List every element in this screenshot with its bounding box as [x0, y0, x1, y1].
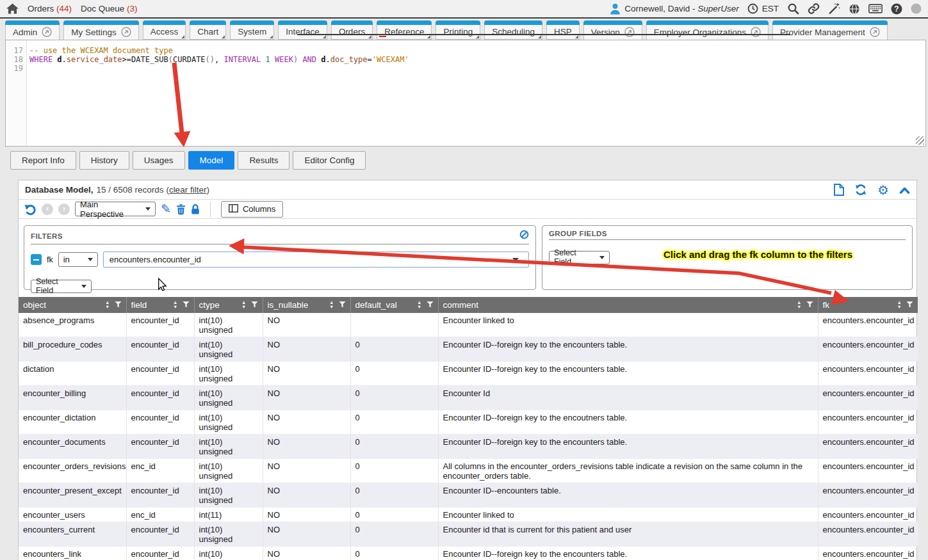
- sort-icon[interactable]: ▲▼: [329, 301, 334, 309]
- sort-icon[interactable]: ▲▼: [173, 301, 177, 309]
- filter-funnel-icon[interactable]: [906, 300, 913, 310]
- result-tab-editor-config[interactable]: Editor Config: [293, 151, 366, 170]
- table-row[interactable]: encounter_present_exceptencounter_idint(…: [19, 483, 918, 508]
- column-header-fk[interactable]: fk▲▼: [818, 297, 918, 313]
- keyboard-icon[interactable]: [868, 4, 883, 13]
- add-group-field-select[interactable]: Select Field: [549, 251, 610, 264]
- nav-tab-system[interactable]: System: [230, 20, 274, 40]
- perspective-select[interactable]: Main Perspective: [75, 202, 156, 216]
- wand-icon[interactable]: [828, 3, 840, 15]
- filter-funnel-icon[interactable]: [806, 300, 813, 310]
- table-row[interactable]: encounter_orders_revisionsenc_idint(10) …: [19, 459, 918, 483]
- help-icon[interactable]: ?: [891, 3, 902, 15]
- result-tab-model[interactable]: Model: [188, 151, 235, 170]
- column-header-is-nullable[interactable]: is_nullable▲▼: [263, 297, 350, 313]
- add-filter-field-select[interactable]: Select Field: [31, 280, 92, 293]
- doc-queue-link[interactable]: Doc Queue (3): [81, 4, 138, 13]
- result-tab-history[interactable]: History: [79, 151, 129, 170]
- table-row[interactable]: encounter_dictationencounter_idint(10) u…: [19, 410, 918, 435]
- nav-tab-label: Version: [591, 28, 620, 37]
- clear-filter-link[interactable]: clear filter: [169, 185, 207, 195]
- search-icon[interactable]: [787, 3, 799, 15]
- nav-tab-my-settings[interactable]: My Settings: [63, 20, 139, 40]
- nav-tab-hsp[interactable]: HSP: [546, 20, 580, 40]
- combo-chevron-icon[interactable]: [512, 258, 519, 262]
- undo-icon[interactable]: [24, 203, 37, 216]
- back-icon[interactable]: ‹: [42, 204, 53, 215]
- editor-resize-grip[interactable]: [916, 136, 924, 145]
- trash-icon[interactable]: [176, 204, 186, 215]
- nav-tab-version[interactable]: Version: [583, 20, 642, 40]
- sort-icon[interactable]: ▲▼: [241, 301, 246, 309]
- cell-fk: encounters.encounter_id: [818, 522, 918, 547]
- table-row[interactable]: absence_programsencounter_idint(10) unsi…: [19, 313, 918, 337]
- filter-funnel-icon[interactable]: [115, 300, 122, 310]
- open-new-window-icon[interactable]: [870, 27, 880, 37]
- home-icon[interactable]: [6, 3, 19, 14]
- sort-icon[interactable]: ▲▼: [105, 301, 110, 309]
- lock-icon[interactable]: [191, 204, 200, 215]
- cell-default-val: 0: [350, 435, 438, 459]
- column-header-comment[interactable]: comment▲▼: [438, 297, 818, 313]
- filter-funnel-icon[interactable]: [339, 300, 346, 310]
- clear-filters-icon[interactable]: [519, 230, 529, 242]
- timezone-indicator[interactable]: EST: [747, 3, 779, 14]
- cell-fk: encounters.encounter_id: [818, 362, 918, 386]
- table-row[interactable]: encounters_linkencounter_idint(10) unsig…: [19, 547, 918, 560]
- column-header-field[interactable]: field▲▼: [126, 297, 194, 313]
- gear-icon[interactable]: ⚙: [877, 184, 889, 196]
- open-new-window-icon[interactable]: [751, 27, 761, 37]
- column-header-ctype[interactable]: ctype▲▼: [194, 297, 263, 313]
- filter-funnel-icon[interactable]: [183, 300, 190, 310]
- table-row[interactable]: encounter_billingencounter_idint(10) uns…: [19, 386, 918, 410]
- column-header-object[interactable]: object▲▼: [19, 297, 126, 313]
- filter-funnel-icon[interactable]: [251, 300, 258, 310]
- sql-editor[interactable]: 171819 -- use the WCEXAM document typeWH…: [5, 40, 926, 147]
- table-row[interactable]: dictationencounter_idint(10) unsignedNO0…: [19, 362, 918, 386]
- nav-tab-orders[interactable]: Orders: [331, 20, 373, 40]
- table-row[interactable]: encounter_documentsencounter_idint(10) u…: [19, 435, 918, 459]
- globe-icon[interactable]: [849, 3, 860, 15]
- result-tab-report-info[interactable]: Report Info: [10, 151, 76, 170]
- sort-icon[interactable]: ▲▼: [797, 301, 801, 309]
- result-tab-usages[interactable]: Usages: [133, 151, 185, 170]
- column-header-default-val[interactable]: default_val▲▼: [350, 297, 438, 313]
- nav-tab-provider-management[interactable]: Provider Management: [772, 20, 888, 40]
- refresh-icon[interactable]: [854, 184, 867, 196]
- editor-code[interactable]: -- use the WCEXAM document typeWHERE d.s…: [27, 40, 925, 146]
- nav-tab-chart[interactable]: Chart: [190, 20, 226, 40]
- collapse-icon[interactable]: [899, 186, 910, 194]
- result-tab-results[interactable]: Results: [238, 151, 289, 170]
- columns-button[interactable]: Columns: [221, 201, 283, 218]
- current-user[interactable]: Cornewell, David - SuperUser: [610, 3, 739, 15]
- nav-tab-label: My Settings: [71, 28, 117, 37]
- table-row[interactable]: bill_procedure_codesencounter_idint(10) …: [19, 337, 918, 362]
- filter-funnel-icon[interactable]: [427, 300, 434, 310]
- nav-tab-employer-organizations[interactable]: Employer Organizations: [646, 20, 769, 40]
- filter-value-input[interactable]: encounters.encounter_id: [103, 252, 529, 268]
- orders-queue-link[interactable]: Orders (44): [28, 4, 72, 13]
- cell-field: encounter_id: [126, 313, 194, 337]
- edit-pencil-icon[interactable]: ✎: [161, 203, 171, 215]
- table-row[interactable]: encounter_usersenc_idint(11)NO0Encounter…: [19, 508, 918, 522]
- open-new-window-icon[interactable]: [624, 27, 635, 37]
- submenu-corner-icon: [323, 35, 326, 38]
- filter-operator-select[interactable]: in: [58, 252, 98, 267]
- link-icon[interactable]: [808, 3, 820, 15]
- nav-tab-printing[interactable]: Printing: [436, 20, 480, 40]
- forward-icon[interactable]: ›: [58, 204, 70, 215]
- remove-filter-icon[interactable]: [31, 254, 42, 265]
- table-row[interactable]: encounters_currentencounter_idint(10) un…: [19, 522, 918, 547]
- cell-field: encounter_id: [126, 386, 194, 410]
- nav-tab-interface[interactable]: Interface: [278, 20, 327, 40]
- nav-tab-body: Reference: [377, 25, 432, 40]
- nav-tab-scheduling[interactable]: Scheduling: [484, 20, 542, 40]
- sort-icon[interactable]: ▲▼: [897, 301, 902, 309]
- clipped-line-artifact: [297, 34, 790, 35]
- sort-icon[interactable]: ▲▼: [417, 301, 421, 309]
- open-new-window-icon[interactable]: [121, 27, 131, 37]
- open-new-window-icon[interactable]: [42, 27, 52, 37]
- document-icon[interactable]: [834, 184, 844, 196]
- nav-tab-admin[interactable]: Admin: [5, 20, 60, 40]
- nav-tab-access[interactable]: Access: [143, 20, 186, 40]
